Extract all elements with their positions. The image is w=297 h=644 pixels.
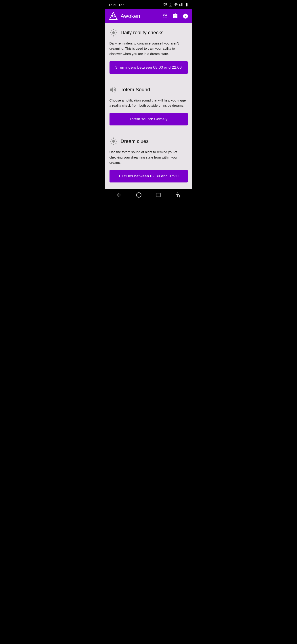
svg-marker-0: [109, 12, 117, 20]
recents-button[interactable]: [153, 190, 164, 200]
gear-icon-1: [109, 28, 118, 37]
svg-rect-3: [113, 29, 114, 30]
home-button[interactable]: [133, 190, 144, 200]
daily-reality-checks-button[interactable]: 3 reminders between 08:00 and 22:00: [109, 61, 188, 74]
journal-icon-button[interactable]: [172, 13, 178, 19]
svg-point-22: [177, 192, 178, 194]
svg-rect-7: [110, 30, 112, 31]
bottom-nav: [105, 189, 192, 201]
svg-rect-13: [113, 144, 114, 145]
dream-clues-button[interactable]: 10 clues between 02:30 and 07:30: [109, 170, 188, 182]
app-title: Awoken: [121, 13, 140, 19]
info-icon-button[interactable]: [182, 13, 189, 19]
settings-icon-button[interactable]: [162, 13, 168, 19]
back-button[interactable]: [114, 190, 124, 200]
accessibility-button[interactable]: [173, 190, 183, 200]
wifi-icon: [174, 3, 178, 7]
dream-clues-section: Dream clues Use the totem sound at night…: [105, 132, 192, 189]
section-header-3: Dream clues: [109, 137, 188, 145]
svg-point-2: [112, 31, 115, 34]
battery-icon: [185, 3, 189, 7]
signal-icon: [179, 3, 183, 7]
totem-sound-button[interactable]: Totem sound: Comely: [109, 113, 188, 126]
svg-rect-14: [110, 141, 111, 142]
status-bar: 15:50 15°: [105, 0, 192, 9]
status-icons: [163, 3, 189, 7]
svg-rect-5: [110, 32, 111, 33]
svg-rect-4: [113, 35, 114, 36]
section-description-1: Daily reminders to convince yourself you…: [109, 41, 188, 56]
status-time: 15:50 15°: [109, 3, 124, 7]
section-header-1: Daily reality checks: [109, 28, 188, 37]
svg-point-1: [112, 15, 114, 17]
svg-rect-12: [113, 138, 114, 139]
section-title-3: Dream clues: [121, 138, 149, 144]
gear-icon-2: [109, 137, 118, 145]
section-header-2: Totem Sound: [109, 86, 188, 94]
svg-rect-16: [110, 138, 112, 140]
svg-rect-10: [115, 34, 117, 36]
section-description-3: Use the totem sound at night to remind y…: [109, 149, 188, 165]
header-right: [162, 13, 189, 19]
svg-rect-6: [116, 32, 117, 33]
main-content: Daily reality checks Daily reminders to …: [105, 23, 192, 189]
header-left: Awoken: [109, 12, 140, 21]
section-title-1: Daily reality checks: [121, 30, 164, 36]
svg-rect-17: [115, 138, 117, 140]
svg-point-11: [112, 140, 115, 143]
svg-rect-18: [110, 143, 112, 144]
svg-rect-9: [110, 34, 112, 36]
totem-sound-section: Totem Sound Choose a notification sound …: [105, 80, 192, 132]
alarm-icon: [163, 3, 167, 7]
app-logo: [109, 12, 118, 21]
section-description-2: Choose a notification sound that will he…: [109, 98, 188, 108]
nfc-icon: [169, 3, 173, 7]
app-header: Awoken: [105, 9, 192, 23]
daily-reality-checks-section: Daily reality checks Daily reminders to …: [105, 23, 192, 80]
section-title-2: Totem Sound: [121, 87, 150, 92]
svg-rect-21: [156, 193, 160, 197]
speaker-icon: [109, 86, 118, 94]
svg-rect-8: [115, 30, 117, 31]
svg-rect-15: [116, 141, 117, 142]
svg-point-20: [136, 193, 141, 198]
svg-rect-19: [115, 143, 117, 144]
